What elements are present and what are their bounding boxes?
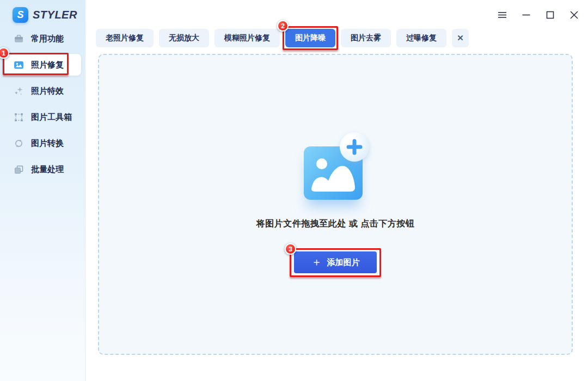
app-logo: S STYLER [13, 7, 77, 23]
sidebar: S STYLER 常用功能 照片修复 1 照片特效 [0, 0, 85, 381]
sidebar-item-photo-repair[interactable]: 照片修复 1 [3, 54, 81, 76]
sidebar-item-label: 照片特效 [31, 86, 64, 96]
layers-icon [14, 164, 24, 175]
image-dropzone[interactable]: 将图片文件拖拽至此处 或 点击下方按钮 ＋ 添加图片 3 [98, 54, 573, 355]
tab-image-dehaze[interactable]: 图片去雾 [341, 29, 391, 47]
tab-lossless-enlarge[interactable]: 无损放大 [159, 29, 209, 47]
styler-logo-icon: S [13, 7, 28, 23]
tab-blurry-photo-repair[interactable]: 模糊照片修复 [215, 29, 280, 47]
tab-close-button[interactable]: ✕ [452, 29, 469, 47]
close-icon[interactable] [568, 8, 579, 21]
photo-icon [14, 60, 24, 70]
sidebar-item-label: 照片修复 [31, 60, 64, 70]
toolbox-icon [14, 34, 24, 44]
tab-label: 过曝修复 [406, 33, 437, 43]
convert-icon [14, 138, 24, 149]
sparkles-icon [14, 86, 24, 96]
plus-icon: ＋ [311, 256, 322, 267]
plus-bubble-icon [340, 132, 369, 162]
sidebar-item-common-functions[interactable]: 常用功能 [0, 26, 85, 52]
tab-old-photo-repair[interactable]: 老照片修复 [96, 29, 154, 47]
app-title: STYLER [33, 9, 77, 21]
dropzone-hint: 将图片文件拖拽至此处 或 点击下方按钮 [256, 218, 414, 230]
sidebar-item-label: 图片转换 [31, 138, 64, 149]
tab-label: 无损放大 [169, 33, 199, 43]
add-image-icon [298, 132, 372, 202]
crop-icon [14, 112, 24, 122]
sidebar-item-photo-effects[interactable]: 照片特效 [0, 78, 85, 104]
tab-label: 模糊照片修复 [224, 33, 270, 43]
sidebar-menu: 常用功能 照片修复 1 照片特效 图片工具箱 图片转换 [0, 26, 85, 182]
add-image-button-wrap: ＋ 添加图片 3 [294, 251, 377, 273]
tab-label: 老照片修复 [106, 33, 144, 43]
tab-label: 图片去雾 [351, 33, 381, 43]
tab-label: 图片降噪 [295, 33, 326, 43]
sidebar-item-batch-processing[interactable]: 批量处理 [0, 156, 85, 182]
add-image-button-label: 添加图片 [327, 257, 360, 268]
maximize-icon[interactable] [544, 8, 555, 21]
sidebar-item-label: 常用功能 [31, 34, 64, 44]
minimize-icon[interactable] [520, 8, 531, 21]
add-image-button[interactable]: ＋ 添加图片 [294, 251, 377, 273]
sidebar-item-image-convert[interactable]: 图片转换 [0, 130, 85, 156]
tab-image-denoise[interactable]: 图片降噪 2 [285, 29, 335, 47]
window-controls [497, 8, 579, 21]
tab-bar: 老照片修复 无损放大 模糊照片修复 图片降噪 2 图片去雾 过曝修复 ✕ [96, 29, 469, 47]
sidebar-item-label: 批量处理 [31, 164, 64, 175]
sidebar-item-label: 图片工具箱 [31, 112, 72, 122]
tab-overexposure-repair[interactable]: 过曝修复 [396, 29, 446, 47]
sidebar-item-image-toolbox[interactable]: 图片工具箱 [0, 104, 85, 130]
menu-icon[interactable] [497, 8, 507, 21]
